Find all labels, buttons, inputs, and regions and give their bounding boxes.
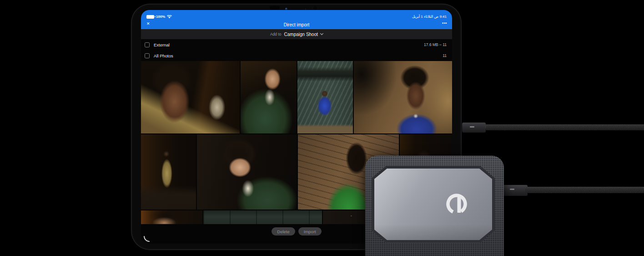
screen-corner-glint [143,236,150,242]
battery-percent: 100% [156,15,165,19]
photo-thumbnail[interactable] [297,61,353,133]
page-title: Direct import [284,22,310,27]
connector-logo-mark [510,189,514,190]
battery-icon [146,15,154,19]
usb-c-connector [462,123,486,133]
status-bar: 100% 9:41 ص الثلاثاء 1 أبريل [141,10,452,20]
sensor-dot [305,9,306,10]
add-to-value: Campaign Shoot [284,32,318,37]
speaker-slot [270,6,280,10]
status-left: 100% [146,15,172,19]
source-label: All Photos [154,53,173,58]
usb-c-connector [502,185,528,196]
import-button[interactable]: Import [298,227,322,236]
import-header: ✕ Direct import ••• [141,20,452,29]
source-detail: 17.6 MB – 11 [424,42,447,47]
add-to-label: Add to [270,32,282,36]
source-row-external[interactable]: External 17.6 MB – 11 [141,39,452,50]
checkbox-all-photos[interactable] [145,53,150,58]
source-detail: 11 [443,53,447,58]
photo-thumbnail[interactable] [203,210,322,224]
external-drive [365,156,504,256]
scene: 100% 9:41 ص الثلاثاء 1 أبريل ✕ Direct im… [0,0,644,256]
wifi-icon [167,15,172,19]
photo-thumbnail[interactable] [141,61,240,133]
chevron-down-icon [320,32,323,35]
photo-thumbnail[interactable] [141,134,196,210]
close-icon[interactable]: ✕ [146,21,150,26]
source-row-all-photos[interactable]: All Photos 11 [141,50,452,61]
drive-metal-plate [374,169,492,240]
delete-button[interactable]: Delete [272,227,295,236]
grid-row [141,61,452,133]
add-to-selector[interactable]: Add to Campaign Shoot [141,29,452,39]
photo-thumbnail[interactable] [197,134,297,210]
connector-logo-mark [470,126,474,128]
source-label: External [154,42,170,47]
more-options-icon[interactable]: ••• [442,21,447,26]
photo-thumbnail[interactable] [141,210,202,224]
braided-cable [526,187,644,193]
status-datetime: 9:41 ص الثلاثاء 1 أبريل [412,15,447,19]
checkbox-external[interactable] [145,42,150,47]
braided-cable [485,124,644,130]
photo-thumbnail[interactable] [241,61,297,133]
photo-thumbnail[interactable] [354,61,452,133]
g-drive-logo-icon [445,193,468,215]
